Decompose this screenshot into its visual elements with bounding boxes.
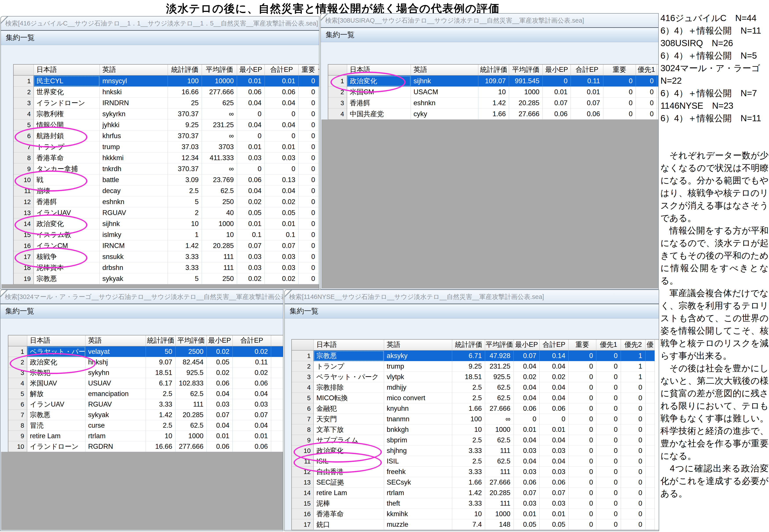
- column-header[interactable]: 日本語: [314, 340, 384, 351]
- column-header[interactable]: 日本語: [347, 65, 411, 76]
- tab-aggregate-list[interactable]: 集約一覧: [1, 30, 319, 45]
- column-header[interactable]: 最小EP: [207, 335, 233, 346]
- table-row[interactable]: 17核戦争snsukk3.331110.030.030: [14, 251, 319, 262]
- column-header[interactable]: 重要: [569, 340, 596, 351]
- column-header[interactable]: 合計EP: [540, 340, 569, 351]
- table-cell: SEC証拠: [314, 477, 384, 488]
- table-row[interactable]: 7トランプtrump37.0337030.010.010: [14, 141, 319, 152]
- column-header[interactable]: 日本語: [34, 65, 100, 76]
- table-row[interactable]: 19宗教悪sykyak52500.020.020: [14, 273, 319, 284]
- table-row[interactable]: 5情報公開jyhkki9.25231.250.040.040: [14, 119, 319, 130]
- window-titlebar[interactable]: 検索[308USIRAQ__サウジ石油テロ__サウジ淡水テロ__自然災害__軍産…: [321, 14, 658, 27]
- column-header[interactable]: 統計評価: [478, 65, 509, 76]
- table-row[interactable]: 15泥棒theft3.331110.030.03000: [292, 498, 659, 509]
- column-header[interactable]: 重要: [299, 65, 318, 76]
- table-row[interactable]: 2米国CMUSACM1010000.010.0100: [328, 87, 658, 98]
- window-titlebar[interactable]: 検索[3024マール・ア・ラーゴ__サウジ石油テロ__サウジ淡水テロ__自然災害…: [0, 290, 283, 304]
- table-row[interactable]: 8香港革命hkkkmi12.34411.3330.030.030: [14, 152, 319, 163]
- table-row[interactable]: 15イスラム教islmky1100.10.10: [14, 229, 319, 240]
- table-row[interactable]: 10イランドローンRGDRN16.66277.6660.060.06: [8, 441, 283, 452]
- table-row[interactable]: 16イランCMIRNCM1.4220.2850.070.070: [14, 240, 319, 251]
- table-row[interactable]: 10政治変化shjhng3.331110.030.03000: [292, 445, 659, 456]
- table-row[interactable]: 1宗教悪aksyky6.7147.9280.070.14001: [292, 351, 659, 361]
- column-header[interactable]: 最小EP: [543, 65, 571, 76]
- table-row[interactable]: 2政治変化hnkshj9.0782.4540.050.11: [8, 357, 283, 367]
- column-header[interactable]: 優: [646, 340, 655, 351]
- table-row[interactable]: 7宗教悪sykyak1.4220.2850.070.07: [8, 410, 283, 420]
- table-row[interactable]: 2世界変化hnkski16.66277.6660.060.060: [14, 87, 319, 98]
- table-row[interactable]: 3宗教犯sykyhn18.51925.50.020.02: [8, 367, 283, 378]
- column-header[interactable]: 合計EP: [233, 335, 271, 346]
- table-row[interactable]: 14retire Lamrtrlam1.4220.2850.070.07000: [292, 488, 659, 498]
- column-header[interactable]: [8, 335, 27, 346]
- table-row[interactable]: 5解放emancipation2.562.50.040.04: [8, 389, 283, 399]
- table-row[interactable]: 4中国共産党cyky1.6627.6660.060.0600: [328, 109, 658, 119]
- table-row[interactable]: 2トランプtrump9.25231.250.040.04001: [292, 361, 659, 372]
- table-row[interactable]: 1民主CYLmnsycyl100100000.010.010: [14, 76, 319, 87]
- column-header[interactable]: 優先1: [596, 340, 621, 351]
- column-header[interactable]: [328, 65, 347, 76]
- table-row[interactable]: 11崩壊decay2.562.50.040.040: [14, 185, 319, 196]
- tab-aggregate-list[interactable]: 集約一覧: [0, 304, 283, 318]
- column-header[interactable]: 最小EP: [514, 340, 540, 351]
- column-header[interactable]: 合計EP: [571, 65, 603, 76]
- table-row[interactable]: 1ベラヤット・パークvelayat5025000.020.02: [8, 346, 283, 357]
- table-row[interactable]: 13イランUAVRGUAV2400.050.050: [14, 207, 319, 218]
- column-header[interactable]: 優先1: [636, 65, 657, 76]
- column-header[interactable]: [271, 335, 283, 346]
- column-header[interactable]: 英語: [100, 65, 168, 76]
- table-row[interactable]: 14政治変化sijhnk1010000.010.010: [14, 218, 319, 229]
- table-row[interactable]: 10戦battle3.0923.7690.060.130: [14, 174, 319, 185]
- window-titlebar[interactable]: 検索[416ジュバイルC__サウジ石油テロ__1．1__サウジ淡水テロ__1．5…: [1, 16, 319, 30]
- table-row[interactable]: 8冒涜curse2.562.50.040.04: [8, 420, 283, 431]
- table-row[interactable]: 12自由香港freehk3.331110.030.03000: [292, 467, 659, 477]
- table-row[interactable]: 6金融犯knyuhn1.6627.6660.060.06000: [292, 403, 659, 414]
- column-header[interactable]: 統計評価: [452, 340, 485, 351]
- table-row[interactable]: 6航路封鎖khrfus370.37∞000: [14, 130, 319, 141]
- table-row[interactable]: 9サブプライムsbprim2.562.50.040.04000: [292, 435, 659, 445]
- table-row[interactable]: 8文革下放bnkkgh1010000.010.01000: [292, 424, 659, 435]
- table-row[interactable]: 4宗教排除mdhijy2.562.50.040.04000: [292, 382, 659, 393]
- column-header[interactable]: 最小EP: [237, 65, 265, 76]
- tab-aggregate-list[interactable]: 集約一覧: [285, 304, 659, 318]
- table-cell: 47.928: [485, 351, 514, 361]
- column-header[interactable]: [657, 65, 659, 76]
- table-row[interactable]: 9retire Lamrtrlam1010000.010.01: [8, 431, 283, 441]
- table-row[interactable]: 16香港革命kkmihk1010000.010.01000: [292, 509, 659, 519]
- table-row[interactable]: 3ベラヤット・パークvlytpk18.51925.50.020.02001: [292, 372, 659, 382]
- column-header[interactable]: 平均評価: [176, 335, 207, 346]
- table-row[interactable]: 13SEC証拠SECsyk1.6627.6660.060.06000: [292, 477, 659, 488]
- table-row[interactable]: 3イランドローンIRNDRN256250.040.040: [14, 98, 319, 109]
- table-row[interactable]: 3香港餌eshnkn1.4220.2850.070.0700: [328, 98, 658, 109]
- tab-aggregate-list[interactable]: 集約一覧: [321, 27, 658, 42]
- window-titlebar[interactable]: 検索[1146NYSE__サウジ石油テロ__サウジ淡水テロ__自然災害__軍産攻…: [285, 290, 659, 304]
- table-row[interactable]: 18泥棒資本drbshn3.331110.030.030: [14, 262, 319, 273]
- column-header[interactable]: [14, 65, 34, 76]
- column-header[interactable]: 合計EP: [265, 65, 299, 76]
- table-row[interactable]: 4米国UAVUSUAV6.17102.8330.060.06: [8, 378, 283, 389]
- table-row[interactable]: 12香港餌eshnkn52500.020.020: [14, 196, 319, 207]
- table-row[interactable]: 7天安門tnanmn100∞00000: [292, 414, 659, 424]
- column-header[interactable]: 重要: [603, 65, 636, 76]
- table-row[interactable]: 17銃口muzzle7.41480.050.05000: [292, 519, 659, 530]
- table-row[interactable]: 9タンカー拿捕tnkrdh370.37∞000: [14, 163, 319, 174]
- column-header[interactable]: 平均評価: [509, 65, 543, 76]
- table-cell: 0.03: [514, 445, 540, 456]
- sidebar-line: 308USIRQ N=26: [660, 37, 769, 49]
- table-row[interactable]: 6イランUAVRGUAV3.331110.030.03: [8, 399, 283, 410]
- table-row[interactable]: 4宗教利権sykyrkn370.37∞000: [14, 109, 319, 119]
- column-header[interactable]: 英語: [411, 65, 478, 76]
- column-header[interactable]: 平均評価: [202, 65, 237, 76]
- column-header[interactable]: 統計評価: [168, 65, 202, 76]
- table-row[interactable]: 11ISILISIL2.562.50.040.04000: [292, 456, 659, 467]
- column-header[interactable]: 英語: [384, 340, 452, 351]
- column-header[interactable]: 日本語: [27, 335, 85, 346]
- table-row[interactable]: 1政治変化sijhnk109.07991.54500.1100: [328, 76, 658, 87]
- column-header[interactable]: 英語: [85, 335, 146, 346]
- column-header[interactable]: 優先2: [621, 340, 646, 351]
- column-header[interactable]: 平均評価: [485, 340, 514, 351]
- column-header[interactable]: 優: [318, 65, 319, 76]
- column-header[interactable]: 統計評価: [146, 335, 176, 346]
- table-row[interactable]: 5MICO転換mico convert2.562.50.040.04000: [292, 393, 659, 403]
- column-header[interactable]: [292, 340, 314, 351]
